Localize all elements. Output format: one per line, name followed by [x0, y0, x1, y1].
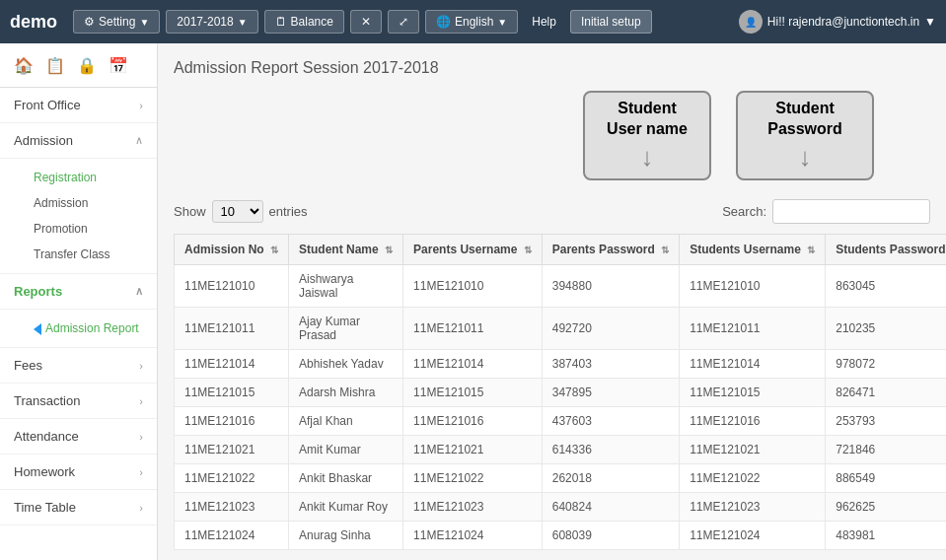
sidebar-label-transaction: Transaction [14, 393, 80, 408]
balance-button[interactable]: 🗒 Balance [264, 10, 344, 34]
table-cell: 347895 [542, 379, 679, 407]
language-chevron-icon: ▼ [497, 17, 507, 28]
help-link[interactable]: Help [524, 11, 564, 33]
user-chevron-icon: ▼ [924, 15, 936, 29]
setting-button[interactable]: ⚙ Setting ▼ [73, 10, 160, 34]
document-icon[interactable]: 📋 [39, 49, 71, 81]
sidebar: 🏠 📋 🔒 📅 Front Office › Admission ∧ Regis… [0, 43, 158, 560]
table-cell: 11ME121016 [403, 407, 543, 436]
calendar-icon[interactable]: 📅 [103, 49, 134, 81]
main-layout: 🏠 📋 🔒 📅 Front Office › Admission ∧ Regis… [0, 43, 946, 560]
table-row: 11ME121010Aishwarya Jaiswal11ME121010394… [175, 265, 947, 308]
search-label: Search: [722, 204, 766, 219]
student-password-callout: StudentPassword ↓ [736, 91, 874, 180]
table-cell: 614336 [542, 436, 679, 464]
table-cell: 210235 [826, 308, 946, 350]
sidebar-label-attendance: Attendance [14, 429, 79, 444]
show-label: Show [174, 204, 206, 219]
expand-button[interactable]: ⤢ [388, 10, 419, 34]
topbar: demo ⚙ Setting ▼ 2017-2018 ▼ 🗒 Balance ✕… [0, 0, 946, 43]
table-cell: 11ME121022 [175, 464, 289, 493]
table-cell: 886549 [826, 464, 946, 493]
brand: demo [10, 12, 57, 33]
initial-setup-button[interactable]: Initial setup [570, 10, 652, 34]
expand-icon: ⤢ [399, 15, 408, 29]
col-parents-password[interactable]: Parents Password ⇅ [542, 235, 679, 265]
language-button[interactable]: 🌐 English ▼ [425, 10, 518, 34]
sidebar-item-admission[interactable]: Admission ∧ [0, 123, 157, 159]
homework-chevron-icon: › [139, 466, 143, 478]
table-cell: 11ME121011 [680, 308, 826, 350]
admission-report-arrow-icon [34, 323, 41, 335]
sidebar-item-transaction[interactable]: Transaction › [0, 384, 157, 419]
transaction-chevron-icon: › [139, 395, 143, 407]
setting-chevron-icon: ▼ [139, 17, 149, 28]
col-student-name[interactable]: Student Name ⇅ [289, 235, 403, 265]
close-button[interactable]: ✕ [350, 10, 382, 34]
time-table-chevron-icon: › [139, 502, 143, 514]
col-students-username[interactable]: Students Username ⇅ [680, 235, 826, 265]
table-cell: 608039 [542, 522, 679, 550]
search-input[interactable] [772, 199, 930, 224]
table-cell: 11ME121010 [403, 265, 543, 308]
balance-icon: 🗒 [275, 15, 287, 29]
sidebar-item-fees[interactable]: Fees › [0, 348, 157, 384]
sidebar-item-time-table[interactable]: Time Table › [0, 490, 157, 525]
sidebar-item-registration[interactable]: Registration [20, 165, 157, 190]
sidebar-item-reports[interactable]: Reports ∧ [0, 274, 157, 310]
callout-area: StudentUser name ↓ StudentPassword ↓ [174, 91, 930, 199]
sidebar-item-transfer-class[interactable]: Transfer Class [20, 242, 157, 267]
table-cell: Adarsh Mishra [289, 379, 403, 407]
table-cell: 11ME121016 [680, 407, 826, 436]
col-admission-no[interactable]: Admission No ⇅ [175, 235, 289, 265]
table-cell: 483981 [826, 522, 946, 550]
session-button[interactable]: 2017-2018 ▼ [166, 10, 257, 34]
content-area: Admission Report Session 2017-2018 Stude… [158, 43, 946, 560]
table-row: 11ME121022Ankit Bhaskar11ME1210222620181… [175, 464, 947, 493]
table-controls: Show 10 25 50 100 entries Search: [174, 199, 930, 224]
lock-icon[interactable]: 🔒 [71, 49, 103, 81]
student-username-callout-label: StudentUser name [599, 99, 695, 140]
table-cell: 640824 [542, 493, 679, 522]
sidebar-item-attendance[interactable]: Attendance › [0, 419, 157, 455]
table-cell: 11ME121015 [680, 379, 826, 407]
table-cell: Anurag Sinha [289, 522, 403, 550]
table-cell: 492720 [542, 308, 679, 350]
table-cell: 863045 [826, 265, 946, 308]
sidebar-label-admission: Admission [14, 133, 73, 148]
sort-icon-parents-pass: ⇅ [661, 245, 669, 255]
home-icon[interactable]: 🏠 [8, 49, 39, 81]
entries-select[interactable]: 10 25 50 100 [212, 200, 263, 223]
data-table: Admission No ⇅ Student Name ⇅ Parents Us… [174, 234, 946, 550]
sidebar-item-front-office[interactable]: Front Office › [0, 88, 157, 123]
sidebar-label-homework: Homework [14, 464, 75, 479]
table-cell: 962625 [826, 493, 946, 522]
table-row: 11ME121015Adarsh Mishra11ME1210153478951… [175, 379, 947, 407]
table-cell: Afjal Khan [289, 407, 403, 436]
admission-chevron-icon: ∧ [135, 134, 143, 147]
reports-chevron-icon: ∧ [135, 285, 143, 298]
table-cell: Ankit Bhaskar [289, 464, 403, 493]
table-cell: 11ME121010 [680, 265, 826, 308]
avatar: 👤 [739, 10, 763, 34]
entries-label: entries [269, 204, 308, 219]
sidebar-label-front-office: Front Office [14, 98, 81, 112]
sidebar-item-homework[interactable]: Homework › [0, 455, 157, 490]
col-students-password[interactable]: Students Password ⇅ [826, 235, 946, 265]
table-cell: 437603 [542, 407, 679, 436]
fees-chevron-icon: › [139, 360, 143, 372]
sidebar-item-promotion[interactable]: Promotion [20, 216, 157, 242]
sidebar-icon-bar: 🏠 📋 🔒 📅 [0, 43, 157, 88]
sidebar-label-time-table: Time Table [14, 500, 76, 515]
table-cell: 394880 [542, 265, 679, 308]
session-chevron-icon: ▼ [238, 17, 248, 28]
table-cell: 11ME121010 [175, 265, 289, 308]
table-cell: 253793 [826, 407, 946, 436]
table-cell: 721846 [826, 436, 946, 464]
sort-icon-parents-user: ⇅ [524, 245, 532, 255]
table-cell: 978072 [826, 350, 946, 379]
student-username-arrow-icon: ↓ [599, 142, 695, 173]
sidebar-item-admission-sub[interactable]: Admission [20, 190, 157, 216]
sidebar-item-admission-report[interactable]: Admission Report [20, 315, 157, 341]
col-parents-username[interactable]: Parents Username ⇅ [403, 235, 543, 265]
